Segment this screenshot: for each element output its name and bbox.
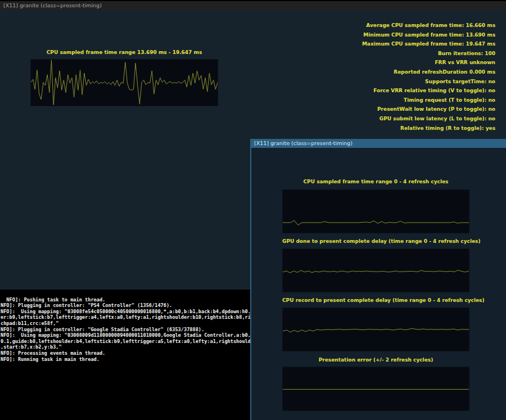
stat-line: Timing request (T to toggle): no [362,96,495,105]
stats-list: Average CPU sampled frame time: 16.660 m… [362,21,495,133]
stat-line: Average CPU sampled frame time: 16.660 m… [362,21,495,30]
stat-line: PresentWait low latency (P to toggle): n… [362,105,495,114]
window2-title: [X11] granite (class=present-timing) [254,140,353,146]
stat-line: Force VRR relative timing (V to toggle):… [362,86,495,96]
stat-line: FRR vs VRR unknown [362,58,495,67]
stat-line: Reported refreshDuration 0.000 ms [362,67,495,77]
window2-chart2-title: GPU done to present complete delay (time… [282,238,469,244]
window2: [X11] granite (class=present-timing) CPU… [250,139,506,420]
window1-chart-title: CPU sampled frame time range 13.690 ms -… [30,49,218,55]
window2-titlebar[interactable]: [X11] granite (class=present-timing) [251,139,506,148]
cpu-record-delay-graph [282,308,469,351]
stat-line: Burn iterations: 100 [362,49,495,58]
cpu-frame-time-graph [30,59,218,106]
window1-title: [X11] granite (class=present-timing) [3,2,102,8]
stat-line: Maximum CPU sampled frame time: 19.647 m… [362,39,495,49]
terminal-window[interactable]: NFO]: Pushing task to main thread. NFO]:… [0,290,251,420]
window1-titlebar[interactable]: [X11] granite (class=present-timing) [0,1,506,10]
cpu-frame-time-cycles-graph [282,189,469,233]
window2-chart3-title: CPU record to present complete delay (ti… [282,297,469,303]
stat-line: GPU submit low latency (L to toggle): no [362,114,495,124]
stat-line: Minimum CPU sampled frame time: 13.690 m… [362,30,495,40]
stat-line: Relative timing (R to toggle): yes [362,124,495,133]
stat-line: Supports targetTime: no [362,77,495,87]
presentation-error-graph [282,367,469,411]
window2-chart4-title: Presentation error (+/- 2 refresh cycles… [282,357,469,363]
window2-chart1-title: CPU sampled frame time range 0 - 4 refre… [282,179,469,184]
terminal-output: NFO]: Pushing task to main thread. NFO]:… [1,297,251,362]
gpu-done-delay-graph [282,249,469,292]
